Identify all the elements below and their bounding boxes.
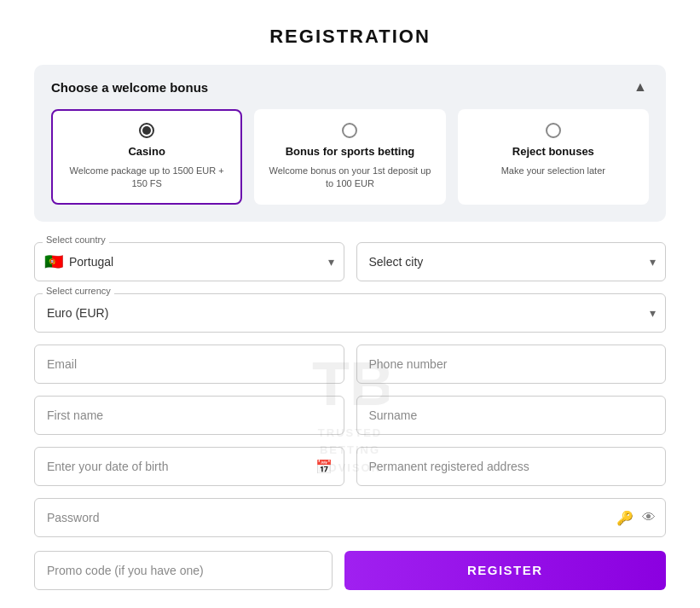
country-city-row: Select country 🇵🇹 Portugal ▾ Select city… [34,242,666,281]
bonus-card-sports[interactable]: Bonus for sports betting Welcome bonus o… [254,109,445,205]
form-wrapper: TB TRUSTED BETTING ADVISOR Select countr… [34,242,666,590]
bonus-section: Choose a welcome bonus ▲ Casino Welcome … [34,65,666,222]
bonus-collapse-icon[interactable]: ▲ [632,78,649,96]
name-row [34,396,666,435]
bonus-card-reject[interactable]: Reject bonuses Make your selection later [458,109,649,205]
bonus-options: Casino Welcome package up to 1500 EUR + … [51,109,649,205]
city-field: Select city ▾ [356,242,667,281]
page-title: REGISTRATION [34,26,666,48]
bonus-header: Choose a welcome bonus ▲ [51,78,649,96]
bonus-radio-casino[interactable] [139,123,154,138]
bonus-card-casino[interactable]: Casino Welcome package up to 1500 EUR + … [51,109,242,205]
country-field: Select country 🇵🇹 Portugal ▾ [34,242,344,281]
phone-input[interactable] [356,345,667,384]
currency-label: Select currency [43,286,114,296]
firstname-field [34,396,344,435]
bonus-header-title: Choose a welcome bonus [51,80,208,95]
currency-row: Select currency Euro (EUR) ▾ [34,293,666,333]
bonus-desc-sports: Welcome bonus on your 1st deposit up to … [266,165,433,191]
bonus-radio-reject[interactable] [546,123,561,138]
promo-field [34,551,333,590]
password-show-icon[interactable]: 🔑 [616,509,633,525]
country-label: Select country [43,235,109,245]
password-toggle-icon[interactable]: 👁 [642,510,656,525]
bonus-radio-sports[interactable] [342,123,357,138]
page-container: REGISTRATION Choose a welcome bonus ▲ Ca… [17,17,683,608]
phone-field [356,345,667,384]
currency-select[interactable]: Euro (EUR) [34,293,666,333]
bonus-title-casino: Casino [128,145,165,159]
password-icons: 🔑 👁 [616,509,656,525]
firstname-input[interactable] [34,396,344,435]
email-field [34,345,344,384]
address-field [356,447,667,486]
surname-input[interactable] [356,396,667,435]
country-select[interactable]: Portugal [34,242,344,281]
surname-field [356,396,667,435]
address-input[interactable] [356,447,667,486]
bonus-desc-reject: Make your selection later [501,165,605,177]
password-row: 🔑 👁 [34,498,666,537]
city-select[interactable]: Select city [356,242,667,281]
form-section: Select country 🇵🇹 Portugal ▾ Select city… [34,242,666,590]
bonus-title-reject: Reject bonuses [512,145,594,159]
promo-register-row: REGISTER [34,551,666,590]
password-input[interactable] [34,498,666,537]
bonus-desc-casino: Welcome package up to 1500 EUR + 150 FS [63,165,230,191]
dob-field: 📅 [34,447,344,486]
email-input[interactable] [34,345,344,384]
dob-address-row: 📅 [34,447,666,486]
bonus-title-sports: Bonus for sports betting [286,145,415,159]
email-phone-row [34,345,666,384]
password-field: 🔑 👁 [34,498,666,537]
register-button[interactable]: REGISTER [344,551,667,590]
currency-field: Select currency Euro (EUR) ▾ [34,293,666,333]
promo-input[interactable] [34,551,333,590]
dob-input[interactable] [34,447,344,486]
